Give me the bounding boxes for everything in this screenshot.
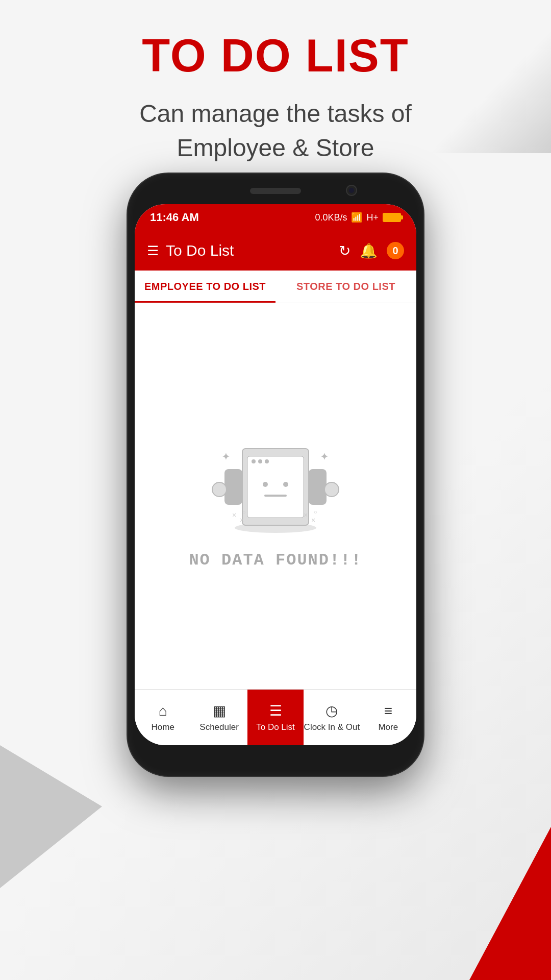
nav-item-more[interactable]: ≡ More — [360, 690, 416, 745]
scheduler-icon: ▦ — [213, 702, 226, 719]
app-bar-right: ↻ 🔔 0 — [339, 242, 404, 259]
clockinout-icon: ◷ — [325, 702, 338, 719]
nav-item-home[interactable]: ⌂ Home — [135, 690, 191, 745]
tab-store-todo[interactable]: STORE TO DO LIST — [276, 271, 416, 303]
menu-icon: ☰ — [147, 243, 159, 259]
app-bar-left: ☰ To Do List — [147, 242, 234, 259]
empty-state: ✦ ✦ × × ○ × × ○ NO DATA FOUND!!! — [189, 423, 362, 570]
page-subtitle: Can manage the tasks of Employee & Store — [0, 96, 551, 165]
svg-text:✦: ✦ — [222, 452, 230, 462]
svg-rect-11 — [309, 469, 327, 505]
content-area: ✦ ✦ × × ○ × × ○ NO DATA FOUND!!! — [135, 303, 416, 689]
nav-item-clockinout[interactable]: ◷ Clock In & Out — [304, 690, 360, 745]
top-section: TO DO LIST Can manage the tasks of Emplo… — [0, 31, 551, 165]
phone-device: 11:46 AM 0.0KB/s 📶 H+ ☰ To Do List ↻ 🔔 — [128, 174, 423, 776]
status-bar: 11:46 AM 0.0KB/s 📶 H+ — [135, 204, 416, 231]
svg-text:○: ○ — [242, 509, 246, 515]
svg-point-10 — [212, 482, 227, 497]
svg-point-4 — [258, 459, 262, 463]
svg-text:×: × — [311, 516, 315, 524]
svg-text:×: × — [240, 516, 244, 524]
refresh-icon[interactable]: ↻ — [339, 242, 350, 259]
nav-label-more: More — [378, 722, 398, 732]
phone-frame: 11:46 AM 0.0KB/s 📶 H+ ☰ To Do List ↻ 🔔 — [128, 174, 423, 776]
no-data-illustration-svg: ✦ ✦ × × ○ × × ○ — [204, 423, 347, 535]
svg-rect-9 — [224, 469, 242, 505]
status-time: 11:46 AM — [150, 211, 199, 224]
svg-text:○: ○ — [314, 509, 317, 515]
svg-point-6 — [263, 482, 268, 487]
nav-label-clockinout: Clock In & Out — [304, 722, 360, 732]
svg-text:✦: ✦ — [320, 452, 328, 462]
tabs-container: EMPLOYEE TO DO LIST STORE TO DO LIST — [135, 271, 416, 303]
signal-icon: 📶 — [351, 212, 362, 223]
home-icon: ⌂ — [159, 703, 167, 719]
todo-icon: ☰ — [269, 702, 282, 719]
battery-icon — [383, 213, 401, 222]
network-speed: 0.0KB/s — [315, 212, 347, 223]
notification-badge: 0 — [387, 242, 404, 259]
tab-employee-todo[interactable]: EMPLOYEE TO DO LIST — [135, 271, 276, 303]
svg-rect-2 — [247, 456, 304, 518]
more-icon: ≡ — [384, 703, 392, 719]
svg-point-12 — [324, 482, 339, 497]
app-bar: ☰ To Do List ↻ 🔔 0 — [135, 231, 416, 271]
phone-speaker — [250, 188, 301, 194]
page-title: TO DO LIST — [0, 31, 551, 81]
svg-point-3 — [252, 459, 256, 463]
status-right: 0.0KB/s 📶 H+ — [315, 212, 401, 223]
svg-point-5 — [265, 459, 269, 463]
network-type: H+ — [366, 212, 379, 223]
svg-point-7 — [283, 482, 288, 487]
phone-screen: 11:46 AM 0.0KB/s 📶 H+ ☰ To Do List ↻ 🔔 — [135, 204, 416, 745]
nav-item-scheduler[interactable]: ▦ Scheduler — [191, 690, 247, 745]
nav-label-home: Home — [152, 722, 174, 732]
svg-text:×: × — [232, 511, 236, 519]
nav-label-todo: To Do List — [256, 722, 295, 732]
no-data-text: NO DATA FOUND!!! — [189, 551, 362, 570]
phone-camera — [346, 185, 357, 196]
app-bar-title: To Do List — [166, 242, 234, 259]
svg-text:×: × — [304, 511, 308, 519]
notification-bell-icon[interactable]: 🔔 — [360, 242, 378, 259]
nav-item-todo[interactable]: ☰ To Do List — [247, 690, 304, 745]
bottom-nav: ⌂ Home ▦ Scheduler ☰ To Do List ◷ Clock … — [135, 689, 416, 745]
nav-label-scheduler: Scheduler — [199, 722, 239, 732]
